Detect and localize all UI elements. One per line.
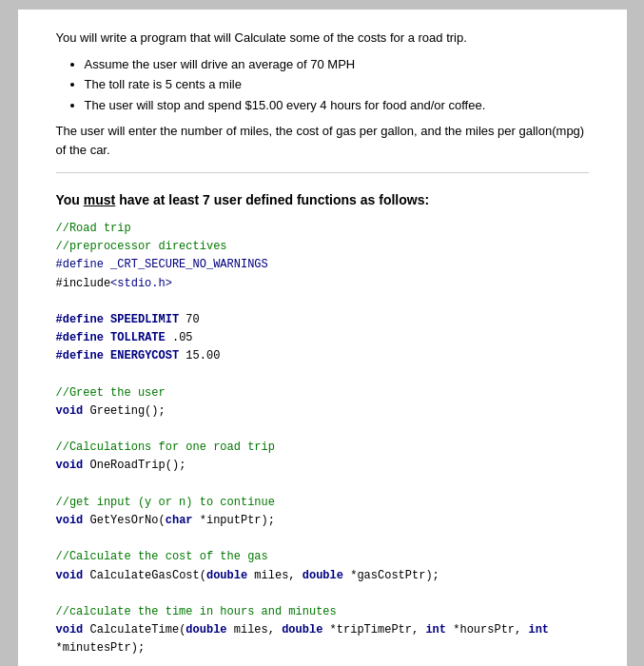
code-line-3: #define _CRT_SECURE_NO_WARNINGS [56,256,589,274]
code-define-name: TOLLRATE [104,331,166,344]
code-define-name: SPEEDLIMIT [104,313,179,326]
code-blank-7 [56,658,589,667]
bullet-item-1: Assume the user will drive an average of… [85,55,589,74]
code-blank-5 [56,530,589,548]
code-line-comment-gas: //Calculate the cost of the gas [56,548,589,566]
code-blank-3 [56,421,589,439]
code-normal: *hoursPtr, [446,623,528,637]
code-blank-1 [56,293,589,311]
intro-bullet-list: Assume the user will drive an average of… [85,55,589,115]
functions-heading-underline: must [84,192,115,207]
code-type: double [206,569,247,582]
code-line-oneroadtrip: void OneRoadTrip(); [56,457,589,475]
code-comment: //Greet the user [56,386,166,400]
code-comment: //Calculations for one road trip [56,441,275,454]
code-preprocessor: #define _CRT_SECURE_NO_WARNINGS [56,258,268,271]
code-blank-4 [56,476,589,494]
code-keyword: #define [56,349,104,362]
code-normal: *minutesPtr); [56,641,146,655]
code-define-name: ENERGYCOST [104,349,179,362]
code-line-define-2: #define TOLLRATE .05 [56,329,589,347]
code-type: double [282,623,322,637]
code-comment: //get input (y or n) to continue [56,496,275,509]
code-type: void [56,569,84,582]
code-define-val: .05 [166,331,193,344]
bullet-item-3: The user will stop and spend $15.00 ever… [85,96,589,115]
code-define-val: 15.00 [179,349,220,362]
code-normal: CalculateTime( [83,623,185,637]
input-description: The user will enter the number of miles,… [56,122,589,159]
code-type: void [56,404,84,418]
code-line-comment-time: //calculate the time in hours and minute… [56,603,589,621]
bullet-item-2: The toll rate is 5 cents a mile [85,75,589,94]
code-line-comment-input: //get input (y or n) to continue [56,494,589,512]
code-define-val: 70 [179,313,200,326]
code-normal: GetYesOrNo( [83,514,165,527]
code-comment: //Road trip [56,222,131,235]
code-normal: miles, [247,569,302,582]
code-line-comment-greet: //Greet the user [56,384,589,402]
code-type: char [166,514,193,527]
code-line-calcgas: void CalculateGasCost(double miles, doub… [56,567,589,585]
code-keyword: #define [56,331,104,344]
code-normal: *tripTimePtr, [322,623,425,637]
code-preprocessor: #include [56,277,111,290]
functions-heading: You must have at least 7 user defined fu… [56,190,589,210]
code-line-greeting: void Greeting(); [56,402,589,421]
code-comment: //preprocessor directives [56,240,227,253]
page-content: You will write a program that will Calcu… [18,10,627,666]
code-type: int [425,623,446,637]
code-comment: //Calculate the cost of the gas [56,550,268,563]
code-line-2: //preprocessor directives [56,238,589,256]
code-normal: *gasCostPtr); [343,569,439,582]
code-normal: miles, [227,623,283,637]
code-type: void [56,459,84,472]
code-normal: CalculateGasCost( [83,569,206,582]
code-line-calctime: void CalculateTime(double miles, double … [56,621,589,657]
code-type: int [528,623,549,637]
code-string: <stdio.h> [110,277,172,290]
code-line-1: //Road trip [56,220,589,238]
code-line-comment-road: //Calculations for one road trip [56,439,589,457]
code-blank-2 [56,366,589,384]
code-line-4: #include<stdio.h> [56,275,589,293]
code-line-getyesorno: void GetYesOrNo(char *inputPtr); [56,512,589,530]
code-normal: OneRoadTrip(); [83,459,185,472]
code-block: //Road trip //preprocessor directives #d… [56,220,589,666]
code-type: double [185,623,226,637]
code-normal: Greeting(); [83,404,165,418]
code-type: void [56,514,84,527]
code-blank-6 [56,585,589,603]
code-keyword: #define [56,313,104,326]
divider-1 [56,172,589,173]
code-type: void [56,623,84,637]
code-line-define-1: #define SPEEDLIMIT 70 [56,311,589,329]
code-type: double [302,569,343,582]
intro-description: You will write a program that will Calcu… [56,29,589,48]
code-normal: *inputPtr); [193,514,275,527]
code-line-define-3: #define ENERGYCOST 15.00 [56,347,589,365]
code-comment: //calculate the time in hours and minute… [56,605,337,618]
